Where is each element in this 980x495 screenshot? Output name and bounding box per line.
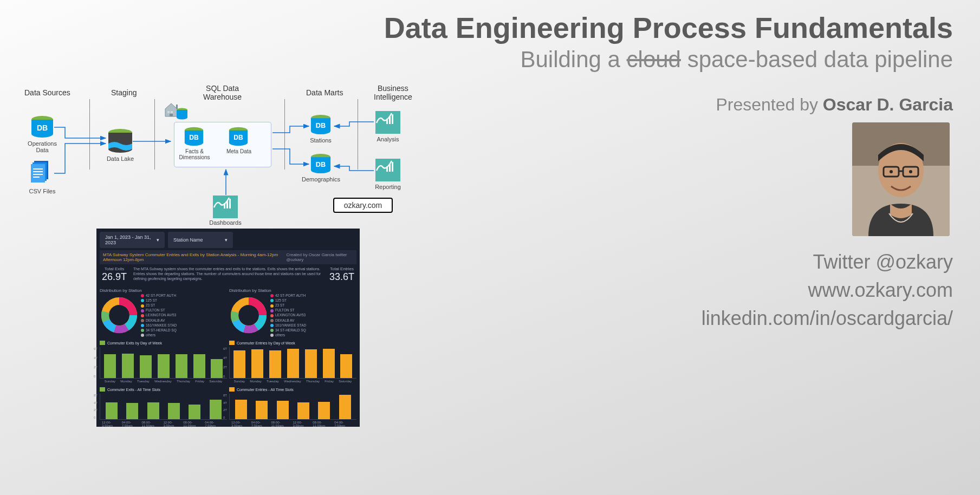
csv-files-icon <box>31 161 53 186</box>
entries-slot-title: Commuter Entries - All Time Slots <box>237 388 294 392</box>
date-range-select[interactable]: Jan 1, 2023 - Jan 31, 2023▾ <box>100 232 165 248</box>
swatch-icon <box>229 387 235 392</box>
total-exits-value: 26.9T <box>100 271 129 283</box>
entries-dist-title: Distribution by Station <box>229 288 356 293</box>
entries-donut-chart <box>229 296 268 335</box>
exits-slot-chart: 8T4T2T0 <box>100 394 227 420</box>
label-datalake: Data Lake <box>101 155 139 162</box>
db-icon-operations <box>31 115 54 138</box>
entries-day-xlabels: SundayMondayTuesdayWednesdayThursdayFrid… <box>229 379 356 383</box>
svg-point-29 <box>177 116 187 120</box>
svg-rect-31 <box>226 201 228 209</box>
presented-label: Presented by <box>716 95 822 114</box>
svg-point-6 <box>890 170 893 173</box>
reporting-icon <box>375 159 400 181</box>
exits-day-title: Commuter Exits by Day of Week <box>107 341 162 345</box>
svg-rect-16 <box>33 168 43 170</box>
total-entries-label: Total Entries <box>327 266 356 271</box>
page-subtitle: Building a cloud space-based data pipeli… <box>384 47 953 73</box>
entries-slot-chart: 8T4T2T0 <box>229 394 356 420</box>
label-demographics: Demographics <box>302 176 340 183</box>
contact-links: Twitter @ozkary www.ozkary.com linkedin.… <box>702 248 953 333</box>
entries-legend: 42 ST-PORT AUTH125 ST23 STFULTON STLEXIN… <box>270 293 306 337</box>
exits-day-chart: 6T4T2T0 <box>100 347 227 379</box>
exits-dist-title: Distribution by Station <box>100 288 227 293</box>
presenter-name: Oscar D. Garcia <box>823 95 953 114</box>
exits-day-xlabels: SundayMondayTuesdayWednesdayThursdayFrid… <box>100 379 227 383</box>
stage-db-icon <box>176 108 188 120</box>
label-analysis: Analysis <box>369 136 407 142</box>
svg-rect-34 <box>389 116 391 124</box>
subtitle-suffix: space-based data pipeline <box>681 47 953 72</box>
svg-rect-33 <box>386 119 388 124</box>
svg-rect-25 <box>171 111 173 113</box>
swatch-icon <box>229 341 235 345</box>
label-csv: CSV Files <box>23 188 61 194</box>
exits-donut-chart <box>100 296 139 335</box>
subtitle-strike: cloud <box>627 47 681 72</box>
exits-legend: 42 ST-PORT AUTH125 ST23 STFULTON STLEXIN… <box>141 293 177 337</box>
entries-day-title: Commuter Entries by Day of Week <box>237 341 295 345</box>
dashboard-preview: Jan 1, 2023 - Jan 31, 2023▾ Station Name… <box>96 229 360 427</box>
label-meta: Meta Data <box>220 148 258 154</box>
date-range-value: Jan 1, 2023 - Jan 31, 2023 <box>105 235 157 245</box>
swatch-icon <box>100 341 105 345</box>
total-exits-label: Total Exits <box>100 266 129 271</box>
svg-rect-36 <box>386 166 388 172</box>
svg-rect-37 <box>389 164 391 172</box>
swatch-icon <box>100 387 105 392</box>
svg-rect-17 <box>33 171 43 172</box>
station-select[interactable]: Station Name▾ <box>168 232 233 248</box>
dashboard-credit: Created by Oscar Garcia twitter @ozkary <box>287 252 354 262</box>
svg-rect-32 <box>229 199 231 209</box>
label-stations: Stations <box>302 137 340 144</box>
chevron-down-icon: ▾ <box>157 237 159 243</box>
presenter-photo <box>852 122 950 236</box>
twitter-handle: Twitter @ozkary <box>702 248 953 276</box>
svg-rect-24 <box>167 111 170 113</box>
entries-slot-xlabels: 12:00-3:59am04:00-7:59am08:00-11:59am12:… <box>229 420 356 427</box>
exits-slot-xlabels: 12:00-3:59am04:00-7:59am08:00-11:59am12:… <box>100 420 227 427</box>
svg-rect-35 <box>392 114 393 124</box>
svg-rect-26 <box>170 114 173 116</box>
svg-rect-19 <box>33 177 40 178</box>
architecture-diagram: Data Sources Staging SQL Data Warehouse … <box>14 84 425 225</box>
presented-by: Presented by Oscar D. Garcia <box>716 95 953 115</box>
warehouse-box: Facts & Dimenssions Meta Data <box>174 122 271 167</box>
total-entries-value: 33.6T <box>327 271 356 283</box>
svg-point-7 <box>909 170 912 173</box>
svg-rect-18 <box>33 174 43 175</box>
label-reporting: Reporting <box>369 184 407 190</box>
label-facts: Facts & Dimenssions <box>176 148 213 160</box>
website-url: www.ozkary.com <box>702 276 953 304</box>
station-select-value: Station Name <box>173 237 203 243</box>
stations-db-icon <box>310 114 331 135</box>
svg-rect-15 <box>31 164 45 183</box>
linkedin-url: linkedin.com/in/oscardgarcia/ <box>702 304 953 333</box>
label-operations: Operations Data <box>23 140 61 153</box>
dashboard-description: The MTA Subway system shows the commuter… <box>131 266 325 283</box>
demographics-db-icon <box>310 153 331 174</box>
dashboards-icon <box>213 196 238 218</box>
exits-slot-title: Commuter Exits - All Time Slots <box>107 388 160 392</box>
page-title: Data Engineering Process Fundamentals <box>384 11 953 44</box>
svg-rect-30 <box>224 203 225 209</box>
svg-rect-38 <box>392 162 393 172</box>
url-badge: ozkary.com <box>333 198 393 213</box>
entries-day-chart: 6T4T2T0 <box>229 347 356 379</box>
chevron-down-icon: ▾ <box>225 237 228 243</box>
label-dashboards: Dashboards <box>206 219 244 226</box>
subtitle-prefix: Building a <box>520 47 626 72</box>
dashboard-title: MTA Subway System Commuter Entries and E… <box>103 252 287 262</box>
data-lake-icon <box>108 128 131 151</box>
analysis-icon <box>375 111 400 134</box>
